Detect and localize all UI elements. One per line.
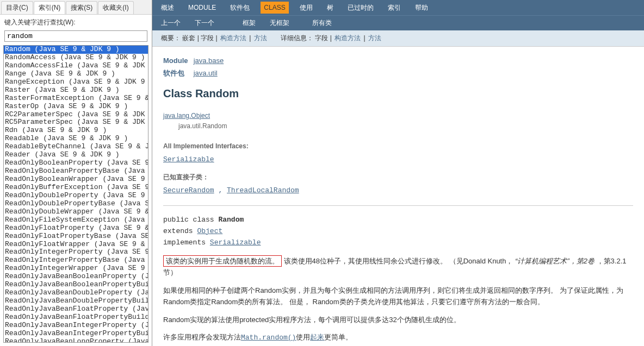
para-3: Random实现的算法使用protected实用程序方法，每个调用可以提供多达3… xyxy=(163,314,633,326)
right-pane: 概述MODULE软件包CLASS使用树已过时的索引帮助 上一个 下一个 框架 无… xyxy=(152,0,644,346)
inherit-parent[interactable]: java.lang.Object xyxy=(163,112,210,119)
topnav-帮助[interactable]: 帮助 xyxy=(412,1,431,15)
index-item[interactable]: ReadOnlyJavaBeanBooleanProperty (Java...… xyxy=(4,273,148,281)
index-item[interactable]: RandomAccess (Java SE 9 & JDK 9 ) xyxy=(4,54,148,62)
index-item[interactable]: ReadOnlyBooleanProperty (Java SE 9 & ...… xyxy=(4,159,148,167)
math-random-link[interactable]: Math.random() xyxy=(241,334,296,342)
content: Module java.base 软件包 java.util Class Ran… xyxy=(152,47,644,346)
index-list[interactable]: Random (Java SE 9 & JDK 9 )RandomAccess … xyxy=(3,45,148,343)
index-item[interactable]: RC2ParameterSpec (Java SE 9 & JDK 9 ) xyxy=(4,111,148,119)
index-item[interactable]: Reader (Java SE 9 & JDK 9 ) xyxy=(4,151,148,159)
topnav-使用[interactable]: 使用 xyxy=(296,1,316,15)
detail-field: 字段 xyxy=(315,34,328,42)
topnav-module[interactable]: MODULE xyxy=(185,2,219,14)
detail-constr[interactable]: 构造方法 xyxy=(335,34,361,42)
index-item[interactable]: RasterFormatException (Java SE 9 & JDK 9… xyxy=(4,95,148,103)
subclass-threadlocalrandom[interactable]: ThreadLocalRandom xyxy=(227,186,299,194)
detail-label: 详细信息： xyxy=(281,34,313,42)
impl-label: All Implemented Interfaces: xyxy=(163,141,633,152)
module-link[interactable]: java.base xyxy=(194,56,224,65)
index-item[interactable]: RandomAccessFile (Java SE 9 & JDK 9 ) xyxy=(4,62,148,70)
index-item[interactable]: Range (Java SE 9 & JDK 9 ) xyxy=(4,70,148,78)
left-pane: 目录(C) 索引(N) 搜索(S) 收藏夹(I) 键入关键字进行查找(W): R… xyxy=(0,0,152,346)
subclass-securerandom[interactable]: SecureRandom xyxy=(163,186,214,194)
index-item[interactable]: RC5ParameterSpec (Java SE 9 & JDK 9 ) xyxy=(4,118,148,127)
topnav-树[interactable]: 树 xyxy=(324,1,337,15)
index-item[interactable]: Readable (Java SE 9 & JDK 9 ) xyxy=(4,135,148,143)
inherit-self: java.util.Random xyxy=(178,121,633,131)
para-1: 该类的实例用于生成伪随机数的流。 该类使用48位种子，其使用线性同余公式进行修改… xyxy=(163,256,633,279)
detail-method[interactable]: 方法 xyxy=(368,34,381,42)
index-item[interactable]: ReadOnlyIntegerProperty (Java SE 9 & ...… xyxy=(4,248,148,256)
index-item[interactable]: ReadOnlyDoubleWrapper (Java SE 9 & ...) xyxy=(4,208,148,216)
summary-constr[interactable]: 构造方法 xyxy=(220,34,246,42)
sig-extends-link[interactable]: Object xyxy=(197,227,222,235)
nav-noframes[interactable]: 无框架 xyxy=(267,16,293,30)
index-item[interactable]: ReadOnlyJavaBeanLongProperty (Java ...) xyxy=(4,338,148,343)
nav-frames[interactable]: 框架 xyxy=(239,16,259,30)
summary-label: 概要： xyxy=(161,34,181,42)
nav-next[interactable]: 下一个 xyxy=(191,16,218,30)
pkg-link[interactable]: java.util xyxy=(194,69,218,77)
index-item[interactable]: Raster (Java SE 9 & JDK 9 ) xyxy=(4,86,148,95)
index-item[interactable]: ReadOnlyBufferException (Java SE 9 & ...… xyxy=(4,184,148,192)
subclass-label: 已知直接子类： xyxy=(163,172,633,183)
index-item[interactable]: ReadOnlyJavaBeanDoublePropertyBuil... xyxy=(4,297,148,305)
index-item[interactable]: ReadOnlyDoublePropertyBase (Java SE ...) xyxy=(4,200,148,208)
highlighted-text: 该类的实例用于生成伪随机数的流。 xyxy=(163,255,282,267)
tab-contents[interactable]: 目录(C) xyxy=(1,1,33,14)
index-item[interactable]: ReadOnlyJavaBeanIntegerPropertyBui... xyxy=(4,330,148,338)
nav-prev[interactable]: 上一个 xyxy=(158,16,184,30)
index-item[interactable]: ReadOnlyFloatPropertyBase (Java SE ...) xyxy=(4,232,148,241)
page-title: Class Random xyxy=(163,85,633,102)
index-item[interactable]: ReadOnlyFileSystemException (Java SE ...… xyxy=(4,216,148,224)
index-item[interactable]: ReadOnlyIntegerWrapper (Java SE 9 & ...) xyxy=(4,265,148,273)
index-item[interactable]: ReadOnlyJavaBeanIntegerProperty (Ja...) xyxy=(4,322,148,330)
index-item[interactable]: ReadOnlyJavaBeanBooleanPropertyBui... xyxy=(4,281,148,289)
index-item[interactable]: ReadOnlyBooleanPropertyBase (Java SE ...… xyxy=(4,167,148,175)
tab-index[interactable]: 索引(N) xyxy=(34,1,66,14)
search-label: 键入关键字进行查找(W): xyxy=(0,15,152,29)
index-item[interactable]: ReadOnlyFloatWrapper (Java SE 9 & ...) xyxy=(4,241,148,249)
index-item[interactable]: ReadableByteChannel (Java SE 9 & JDK 9) xyxy=(4,143,148,151)
search-input[interactable] xyxy=(4,30,147,42)
topnav-已过时的[interactable]: 已过时的 xyxy=(344,1,377,15)
index-item[interactable]: ReadOnlyJavaBeanFloatPropertyBuild... xyxy=(4,313,148,322)
index-item[interactable]: ReadOnlyIntegerPropertyBase (Java SE ...… xyxy=(4,256,148,265)
impl-item[interactable]: Serializable xyxy=(163,155,214,163)
index-item[interactable]: ReadOnlyDoubleProperty (Java SE 9 & ...) xyxy=(4,192,148,200)
summary-nested: 嵌套 xyxy=(182,34,195,42)
topnav-class[interactable]: CLASS xyxy=(261,2,288,14)
inheritance: java.lang.Object java.util.Random xyxy=(163,111,633,131)
para-2: 如果使用相同的种子创建两个Random实例，并且为每个实例生成相同的方法调用序列… xyxy=(163,285,633,308)
index-item[interactable]: ReadOnlyJavaBeanDoubleProperty (Java...) xyxy=(4,289,148,297)
index-item[interactable]: ReadOnlyBooleanWrapper (Java SE 9 & ...) xyxy=(4,175,148,184)
summary-method[interactable]: 方法 xyxy=(254,34,267,42)
tab-search[interactable]: 搜索(S) xyxy=(66,1,97,14)
sig-implements-link[interactable]: Serializable xyxy=(210,238,261,247)
index-item[interactable]: RasterOp (Java SE 9 & JDK 9 ) xyxy=(4,103,148,111)
summary-bar: 概要： 嵌套 | 字段 | 构造方法 | 方法 详细信息： 字段 | 构造方法 … xyxy=(152,30,644,47)
nav-allclasses[interactable]: 所有类 xyxy=(309,16,335,30)
topnav-概述[interactable]: 概述 xyxy=(158,1,177,15)
left-tabs: 目录(C) 索引(N) 搜索(S) 收藏夹(I) xyxy=(0,0,152,15)
top-nav: 概述MODULE软件包CLASS使用树已过时的索引帮助 xyxy=(152,0,644,15)
topnav-软件包[interactable]: 软件包 xyxy=(227,1,253,15)
index-item[interactable]: ReadOnlyJavaBeanFloatProperty (Java...) xyxy=(4,305,148,313)
index-item[interactable]: ReadOnlyFloatProperty (Java SE 9 & ...) xyxy=(4,224,148,232)
index-item[interactable]: Random (Java SE 9 & JDK 9 ) xyxy=(4,46,148,54)
usage-link[interactable]: 起来 xyxy=(310,333,324,341)
module-label: Module xyxy=(163,55,191,67)
para-4: 许多应用程序会发现方法Math.random()使用起来更简单。 xyxy=(163,332,633,344)
tab-favorites[interactable]: 收藏夹(I) xyxy=(98,1,133,14)
summary-field: 字段 xyxy=(201,34,214,42)
index-item[interactable]: Rdn (Java SE 9 & JDK 9 ) xyxy=(4,127,148,135)
sub-nav: 上一个 下一个 框架 无框架 所有类 xyxy=(152,15,644,30)
topnav-索引[interactable]: 索引 xyxy=(385,1,404,15)
index-item[interactable]: RangeException (Java SE 9 & JDK 9 ) xyxy=(4,78,148,86)
pkg-label: 软件包 xyxy=(163,68,191,79)
divider xyxy=(163,205,633,206)
class-signature: public class Random extends Object imple… xyxy=(163,215,633,248)
